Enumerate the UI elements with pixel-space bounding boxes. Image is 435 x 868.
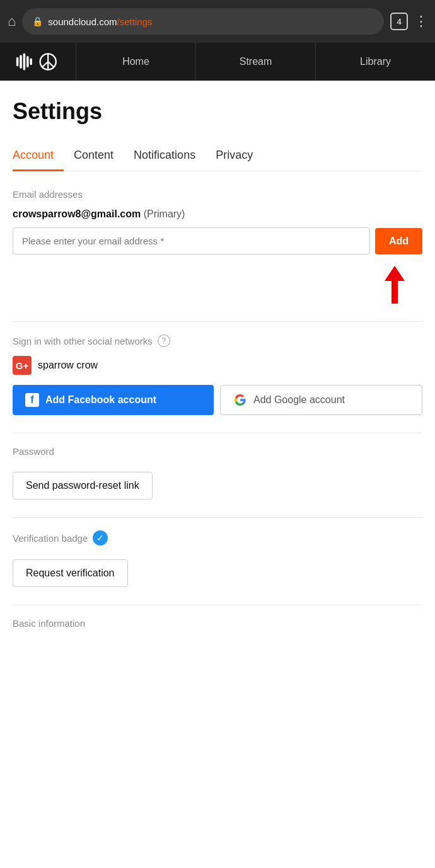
google-plus-icon: G+ [13, 356, 32, 375]
red-arrow [385, 266, 405, 304]
google-username: sparrow crow [38, 360, 98, 371]
social-buttons: f Add Facebook account Add Google accoun… [13, 385, 422, 415]
nav-item-home[interactable]: Home [76, 43, 195, 81]
basic-info-label: Basic information [13, 618, 422, 629]
social-section-label: Sign in with other social networks ? [13, 334, 422, 347]
svg-rect-2 [23, 54, 26, 71]
email-section: Email addresses crowsparrow8@gmail.com (… [13, 189, 422, 304]
google-icon [233, 393, 247, 407]
nav-item-stream[interactable]: Stream [195, 43, 315, 81]
divider-4 [13, 605, 422, 605]
basic-info-section: Basic information [13, 618, 422, 629]
password-section: Password Send password-reset link [13, 446, 422, 500]
primary-email: crowsparrow8@gmail.com (Primary) [13, 208, 422, 220]
tab-content[interactable]: Content [64, 142, 124, 171]
browser-tabs-badge[interactable]: 4 [390, 13, 408, 30]
nav-items: Home Stream Library [76, 43, 435, 81]
add-facebook-button[interactable]: f Add Facebook account [13, 385, 214, 415]
arrow-head [385, 266, 405, 281]
add-email-button[interactable]: Add [375, 228, 422, 254]
svg-rect-4 [30, 59, 32, 66]
svg-line-7 [42, 62, 48, 67]
svg-rect-0 [16, 57, 19, 66]
tab-privacy[interactable]: Privacy [206, 142, 263, 171]
browser-chrome: ⌂ 🔒 soundcloud.com/settings 4 ⋮ [0, 0, 435, 43]
soundcloud-nav: Home Stream Library [0, 43, 435, 81]
social-section: Sign in with other social networks ? G+ … [13, 334, 422, 415]
divider-3 [13, 517, 422, 518]
verification-row: Verification badge ✓ [13, 530, 422, 545]
main-content: Settings Account Content Notifications P… [0, 81, 435, 671]
lock-icon: 🔒 [32, 16, 43, 26]
verification-section: Verification badge ✓ Request verificatio… [13, 530, 422, 587]
page-title: Settings [13, 98, 422, 125]
arrow-shaft [392, 281, 398, 304]
password-section-label: Password [13, 446, 422, 457]
email-input-row: Add [13, 227, 422, 254]
primary-tag: (Primary) [144, 208, 185, 219]
divider-2 [13, 433, 422, 433]
social-help-icon[interactable]: ? [158, 334, 170, 347]
verification-label: Verification badge [13, 533, 88, 544]
add-arrow-annotation [13, 266, 422, 304]
divider-1 [13, 321, 422, 322]
soundcloud-logo[interactable] [0, 43, 76, 81]
svg-line-8 [48, 62, 54, 67]
email-section-label: Email addresses [13, 189, 422, 200]
password-reset-button[interactable]: Send password-reset link [13, 472, 153, 500]
address-text: soundcloud.com/settings [48, 16, 152, 27]
settings-tabs: Account Content Notifications Privacy [13, 142, 422, 171]
svg-rect-3 [26, 56, 29, 67]
tab-account[interactable]: Account [13, 142, 64, 171]
facebook-icon: f [25, 393, 39, 407]
browser-home-icon[interactable]: ⌂ [8, 13, 16, 30]
google-user-row: G+ sparrow crow [13, 356, 422, 375]
browser-menu-icon[interactable]: ⋮ [414, 13, 427, 30]
add-google-button[interactable]: Add Google account [220, 385, 422, 415]
address-bar[interactable]: 🔒 soundcloud.com/settings [22, 8, 384, 35]
nav-item-library[interactable]: Library [315, 43, 435, 81]
tab-notifications[interactable]: Notifications [124, 142, 206, 171]
request-verification-button[interactable]: Request verification [13, 559, 128, 587]
verified-check-icon: ✓ [93, 530, 108, 545]
svg-rect-1 [20, 55, 22, 69]
email-input[interactable] [13, 227, 370, 254]
